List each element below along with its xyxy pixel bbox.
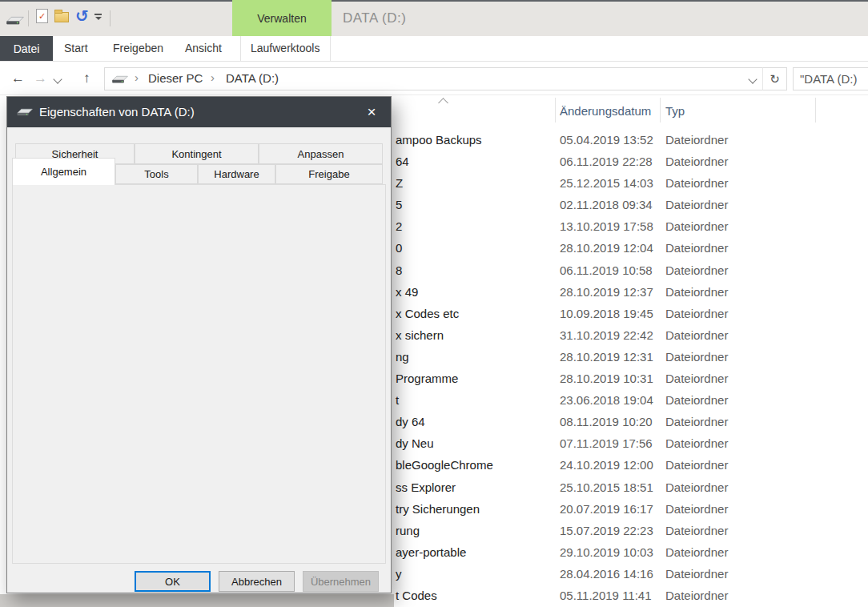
properties-dialog: Eigenschaften von DATA (D:) × Sicherheit… — [6, 96, 392, 593]
file-type: Dateiordner — [665, 415, 728, 428]
tab-hardware[interactable]: Hardware — [198, 164, 275, 184]
file-name: x 49 — [396, 285, 418, 299]
new-folder-icon[interactable] — [54, 12, 69, 22]
breadcrumb-data-d[interactable]: DATA (D:) — [226, 71, 279, 85]
qat-separator — [110, 10, 111, 26]
tab-tools[interactable]: Tools — [115, 164, 198, 184]
file-row[interactable]: ss Explorer 25.10.2015 18:51 Dateiordner — [396, 476, 868, 498]
back-icon[interactable]: ← — [11, 70, 25, 86]
cancel-button[interactable]: Abbrechen — [219, 571, 295, 592]
file-row[interactable]: t 23.06.2018 19:04 Dateiordner — [396, 389, 868, 411]
file-row[interactable]: ampoo Backups 05.04.2019 13:52 Dateiordn… — [396, 129, 868, 151]
file-date: 06.11.2019 22:28 — [560, 155, 653, 168]
file-row[interactable]: 8 06.11.2019 10:58 Dateiordner — [396, 259, 868, 281]
ok-button[interactable]: OK — [135, 571, 211, 592]
file-type: Dateiordner — [665, 436, 728, 450]
tab-start[interactable]: Start — [64, 42, 88, 54]
file-row[interactable]: Z 25.12.2015 14:03 Dateiordner — [396, 172, 868, 194]
file-row[interactable]: try Sicherungen 20.07.2019 16:17 Dateior… — [396, 498, 868, 520]
title-bar — [0, 2, 868, 36]
undo-icon[interactable]: ↺ — [75, 8, 89, 24]
file-name: 2 — [396, 219, 402, 233]
column-header-date[interactable]: Änderungsdatum — [560, 104, 651, 118]
address-bar[interactable] — [104, 67, 787, 90]
file-row[interactable]: x Codes etc 10.09.2018 19:45 Dateiordner — [396, 303, 868, 324]
column-separator[interactable] — [660, 98, 661, 123]
file-date: 28.10.2019 12:04 — [560, 241, 653, 255]
file-name: 64 — [396, 155, 409, 168]
file-name: rung — [396, 524, 420, 537]
file-name: ampoo Backups — [396, 133, 482, 147]
column-separator[interactable] — [555, 98, 556, 123]
file-name: t — [396, 393, 399, 407]
file-name: 5 — [396, 198, 402, 211]
file-type: Dateiordner — [665, 458, 728, 472]
file-name: x Codes etc — [396, 307, 459, 320]
breadcrumb-dieser-pc[interactable]: Dieser PC — [148, 71, 203, 85]
tab-allgemein[interactable]: Allgemein — [12, 158, 115, 185]
drive-icon — [112, 74, 128, 84]
file-date: 07.11.2019 17:56 — [560, 436, 653, 450]
file-row[interactable]: dy 64 08.11.2019 10:20 Dateiordner — [396, 411, 868, 432]
tab-laufwerktools[interactable]: Laufwerktools — [251, 42, 319, 54]
search-value: "DATA (D:) — [800, 72, 857, 86]
customize-toolbar-icon[interactable] — [94, 14, 102, 20]
file-row[interactable]: t Codes 05.11.2019 11:41 Dateiordner — [396, 585, 868, 606]
screen: ✓ ↺ Verwalten DATA (D:) Datei Start Frei… — [0, 0, 868, 607]
file-type: Dateiordner — [665, 372, 728, 385]
tab-freigeben[interactable]: Freigeben — [113, 42, 163, 54]
file-type: Dateiordner — [665, 589, 728, 602]
file-type: Dateiordner — [665, 198, 728, 211]
tab-verwalten[interactable]: Verwalten — [232, 0, 332, 36]
properties-icon[interactable]: ✓ — [36, 9, 48, 23]
file-row[interactable]: bleGoogleChrome 24.10.2019 12:00 Dateior… — [396, 454, 868, 476]
file-list: ampoo Backups 05.04.2019 13:52 Dateiordn… — [396, 129, 868, 606]
file-type: Dateiordner — [665, 545, 728, 559]
file-row[interactable]: y 28.04.2016 14:16 Dateiordner — [396, 563, 868, 585]
tab-ansicht[interactable]: Ansicht — [185, 42, 222, 54]
file-date: 08.11.2019 10:20 — [560, 415, 653, 428]
up-icon[interactable]: ↑ — [83, 70, 90, 86]
tab-anpassen[interactable]: Anpassen — [259, 143, 383, 164]
close-icon[interactable]: × — [360, 102, 384, 123]
file-date: 28.04.2016 14:16 — [560, 567, 653, 581]
refresh-button[interactable]: ↻ — [762, 67, 787, 90]
file-type: Dateiordner — [665, 155, 728, 168]
file-row[interactable]: dy Neu 07.11.2019 17:56 Dateiordner — [396, 432, 868, 454]
tab-freigabe[interactable]: Freigabe — [275, 164, 383, 184]
file-name: x sichern — [396, 328, 444, 342]
file-name: 8 — [396, 263, 402, 277]
tab-divider — [240, 36, 241, 61]
search-input[interactable]: "DATA (D:) — [793, 67, 868, 90]
file-row[interactable]: 64 06.11.2019 22:28 Dateiordner — [396, 151, 868, 172]
file-row[interactable]: x sichern 31.10.2019 22:42 Dateiordner — [396, 324, 868, 346]
file-row[interactable]: 2 13.10.2019 17:58 Dateiordner — [396, 215, 868, 237]
file-row[interactable]: ng 28.10.2019 12:31 Dateiordner — [396, 346, 868, 368]
file-date: 25.10.2015 18:51 — [560, 480, 653, 494]
file-name: Programme — [396, 372, 458, 385]
file-type: Dateiordner — [665, 263, 728, 277]
chevron-down-icon — [95, 17, 102, 20]
tab-datei[interactable]: Datei — [0, 36, 53, 61]
drive-icon[interactable] — [6, 15, 24, 26]
column-header-type[interactable]: Typ — [665, 104, 685, 118]
file-row[interactable]: rung 15.07.2019 22:23 Dateiordner — [396, 520, 868, 541]
file-row[interactable]: x 49 28.10.2019 12:37 Dateiordner — [396, 281, 868, 303]
file-row[interactable]: 0 28.10.2019 12:04 Dateiordner — [396, 237, 868, 259]
apply-button: Übernehmen — [303, 571, 379, 592]
file-row[interactable]: Programme 28.10.2019 10:31 Dateiordner — [396, 368, 868, 389]
column-separator[interactable] — [815, 98, 816, 123]
file-date: 05.04.2019 13:52 — [560, 133, 653, 147]
file-type: Dateiordner — [665, 328, 728, 342]
file-type: Dateiordner — [665, 350, 728, 364]
forward-icon[interactable]: → — [34, 70, 47, 86]
file-type: Dateiordner — [665, 480, 728, 494]
file-date: 02.11.2018 09:34 — [560, 198, 653, 211]
tab-divider — [330, 36, 331, 61]
file-date: 10.09.2018 19:45 — [560, 307, 653, 320]
file-row[interactable]: ayer-portable 29.10.2019 10:03 Dateiordn… — [396, 541, 868, 563]
file-type: Dateiordner — [665, 307, 728, 320]
file-row[interactable]: 5 02.11.2018 09:34 Dateiordner — [396, 194, 868, 215]
tab-kontingent[interactable]: Kontingent — [135, 143, 259, 164]
file-name: y — [396, 567, 402, 581]
